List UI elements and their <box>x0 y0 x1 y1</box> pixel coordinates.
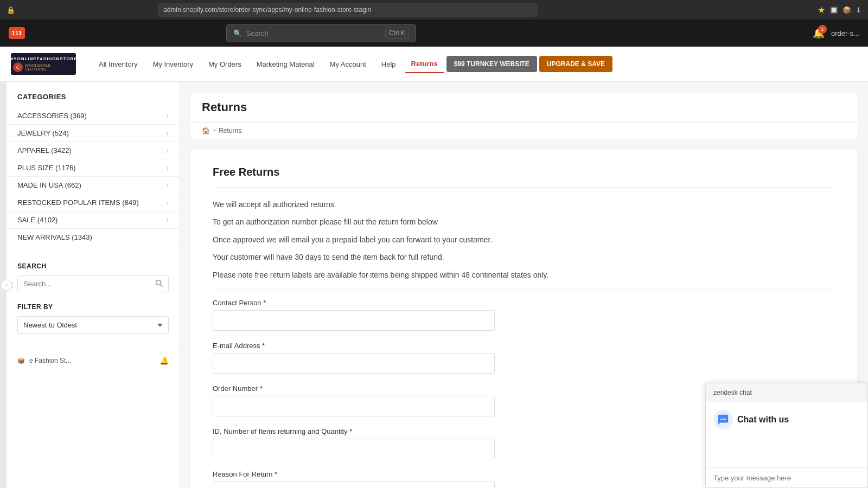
store-footer-name: e Fashion St... <box>29 357 71 364</box>
field-contact-person: Contact Person * <box>213 299 835 331</box>
svg-point-2 <box>720 419 722 420</box>
filter-section: FILTER BY Newest to Oldest Oldest to New… <box>7 298 180 339</box>
page-title-bar: Returns <box>191 93 857 123</box>
nav-my-inventory[interactable]: My Inventory <box>146 56 200 73</box>
left-vertical-panel: ore ale › <box>0 82 7 488</box>
input-reason-return[interactable] <box>213 481 495 488</box>
logo-top-text: MYONLINEFASHIONSTORE <box>9 56 77 61</box>
nav-all-inventory[interactable]: All Inventory <box>92 56 144 73</box>
category-plus-size[interactable]: PLUS SIZE (1176) › <box>7 159 180 177</box>
category-sale[interactable]: SALE (4102) › <box>7 211 180 229</box>
store-footer-icon: 📦 <box>17 357 25 364</box>
btn-upgrade-save[interactable]: UPGRADE & SAVE <box>539 56 612 72</box>
policy-4: Your customer will have 30 days to send … <box>213 251 835 263</box>
policy-3: Once approved we will email you a prepai… <box>213 234 835 246</box>
browser-security-icon: 🔒 <box>7 6 15 14</box>
bookmark-icon[interactable]: ★ <box>818 5 825 15</box>
chat-widget[interactable]: zendesk chat Chat with us <box>705 383 868 488</box>
search-submit-icon[interactable] <box>155 279 163 288</box>
admin-search-bar[interactable]: 🔍 Search Ctrl K <box>226 24 416 42</box>
category-made-in-usa[interactable]: MADE IN USA (662) › <box>7 177 180 194</box>
chat-header: zendesk chat <box>706 383 867 402</box>
search-section-title: SEARCH <box>17 262 169 270</box>
form-divider <box>213 290 835 290</box>
category-accessories[interactable]: ACCESSORIES (369) › <box>7 107 180 125</box>
nav-returns[interactable]: Returns <box>405 55 444 73</box>
btn-turnkey-website[interactable]: $99 TURNKEY WEBSITE <box>446 56 537 72</box>
category-plus-size-label: PLUS SIZE (1176) <box>17 164 76 172</box>
site-header: MYONLINEFASHIONSTORE C WHOLESALE CLOTHIN… <box>0 47 868 82</box>
chat-message-input[interactable] <box>713 474 860 482</box>
chat-body: Chat with us <box>706 402 867 467</box>
url-text: admin.shopify.com/store/order-sync/apps/… <box>163 6 371 14</box>
chat-greeting: Chat with us <box>713 410 860 429</box>
category-restocked-chevron: › <box>167 199 169 207</box>
category-apparel-label: APPAREL (3422) <box>17 146 72 155</box>
chat-avatar-icon <box>713 410 733 429</box>
nav-marketing[interactable]: Marketing Material <box>250 56 321 73</box>
breadcrumb-separator: • <box>213 127 215 134</box>
page-header-section: Returns 🏠 • Returns <box>191 93 857 139</box>
logo-circle: C <box>13 62 23 72</box>
extension-icon-1[interactable]: 🔲 <box>829 6 838 14</box>
breadcrumb-home-icon[interactable]: 🏠 <box>202 127 210 134</box>
browser-action-icons: ★ 🔲 📦 ⬇ <box>818 5 861 15</box>
search-box[interactable] <box>17 275 169 292</box>
admin-search-icon: 🔍 <box>233 29 242 37</box>
sidebar: CATEGORIES ACCESSORIES (369) › JEWELRY (… <box>7 82 180 488</box>
admin-badge: 111 <box>9 27 25 39</box>
category-new-arrivals-label: NEW ARRIVALS (1343) <box>17 233 92 241</box>
browser-chrome: 🔒 admin.shopify.com/store/order-sync/app… <box>0 0 868 20</box>
nav-help[interactable]: Help <box>375 56 403 73</box>
logo-bottom-text: WHOLESALE CLOTHING <box>25 63 74 71</box>
category-jewelry[interactable]: JEWELRY (524) › <box>7 125 180 142</box>
label-email-address: E-mail Address * <box>213 342 835 350</box>
filter-select[interactable]: Newest to Oldest Oldest to Newest Price:… <box>17 316 169 334</box>
nav-account[interactable]: My Account <box>323 56 373 73</box>
policy-5: Please note free return labels are avail… <box>213 269 835 281</box>
notification-bell[interactable]: 🔔 1 <box>813 27 825 39</box>
sidebar-search-section: SEARCH <box>7 252 180 298</box>
category-apparel[interactable]: APPAREL (3422) › <box>7 142 180 159</box>
field-email-address: E-mail Address * <box>213 342 835 374</box>
category-jewelry-chevron: › <box>167 130 169 137</box>
extension-icon-2[interactable]: 📦 <box>843 6 851 14</box>
site-logo: MYONLINEFASHIONSTORE C WHOLESALE CLOTHIN… <box>11 53 76 75</box>
categories-title: CATEGORIES <box>7 93 180 107</box>
returns-policies: We will accept all authorized returns To… <box>213 198 835 281</box>
breadcrumb-current: Returns <box>219 127 241 134</box>
returns-form-heading: Free Returns <box>213 166 835 188</box>
breadcrumb: 🏠 • Returns <box>191 123 857 139</box>
search-shortcut: Ctrl K <box>385 28 409 38</box>
extension-icon-3[interactable]: ⬇ <box>856 6 861 14</box>
svg-point-4 <box>724 419 726 420</box>
store-footer-bell: 🔔 <box>159 356 169 365</box>
input-email-address[interactable] <box>213 353 495 374</box>
filter-title: FILTER BY <box>17 303 169 311</box>
admin-right-icons: 🔔 1 order-s... <box>813 27 859 39</box>
policy-2: To get an authorization number please fi… <box>213 216 835 228</box>
policy-1: We will accept all authorized returns <box>213 198 835 210</box>
main-navigation: All Inventory My Inventory My Orders Mar… <box>92 55 857 73</box>
notification-count: 1 <box>818 25 827 34</box>
category-sale-chevron: › <box>167 216 169 224</box>
admin-search-text: Search <box>246 29 269 37</box>
search-input[interactable] <box>23 280 152 288</box>
chat-input-area[interactable] <box>706 467 867 487</box>
category-restocked[interactable]: RESTOCKED POPULAR ITEMS (849) › <box>7 194 180 211</box>
left-panel-toggle[interactable]: › <box>1 280 12 291</box>
label-contact-person: Contact Person * <box>213 299 835 307</box>
input-items-returning[interactable] <box>213 439 495 459</box>
category-plus-size-chevron: › <box>167 164 169 172</box>
category-made-in-usa-chevron: › <box>167 182 169 189</box>
input-order-number[interactable] <box>213 396 495 416</box>
category-new-arrivals[interactable]: NEW ARRIVALS (1343) <box>7 229 180 246</box>
logo-image: MYONLINEFASHIONSTORE C WHOLESALE CLOTHIN… <box>11 53 76 75</box>
page-title: Returns <box>202 100 247 114</box>
input-contact-person[interactable] <box>213 310 495 331</box>
url-bar[interactable]: admin.shopify.com/store/order-sync/apps/… <box>158 3 538 17</box>
admin-store-name: order-s... <box>831 29 859 37</box>
category-apparel-chevron: › <box>167 147 169 155</box>
nav-my-orders[interactable]: My Orders <box>202 56 248 73</box>
category-accessories-label: ACCESSORIES (369) <box>17 112 87 120</box>
